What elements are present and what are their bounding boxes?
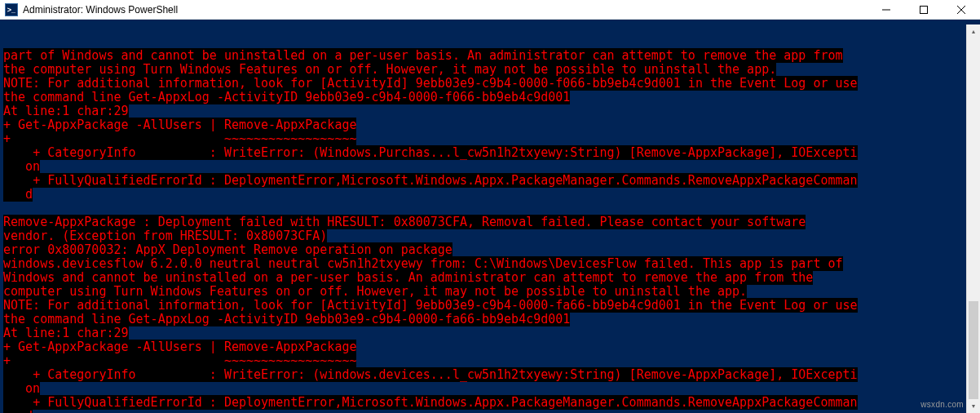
titlebar: >_ Administrator: Windows PowerShell	[0, 0, 980, 20]
svg-rect-1	[920, 6, 928, 13]
scroll-up-button[interactable]: ▴	[967, 24, 980, 38]
vertical-scrollbar[interactable]: ▴ ▾	[966, 24, 980, 413]
watermark-text: wsxdn.com	[920, 397, 964, 411]
close-button[interactable]	[942, 0, 980, 19]
terminal-area[interactable]: part of Windows and cannot be uninstalle…	[0, 20, 980, 413]
error-output: part of Windows and cannot be uninstalle…	[3, 49, 977, 413]
scroll-thumb[interactable]	[969, 301, 978, 399]
maximize-button[interactable]	[905, 0, 942, 19]
powershell-icon: >_	[5, 3, 18, 16]
minimize-button[interactable]	[867, 0, 905, 19]
scroll-down-button[interactable]: ▾	[967, 399, 980, 413]
scroll-track[interactable]	[967, 38, 980, 399]
window-controls	[867, 0, 980, 19]
window-title: Administrator: Windows PowerShell	[23, 4, 178, 16]
